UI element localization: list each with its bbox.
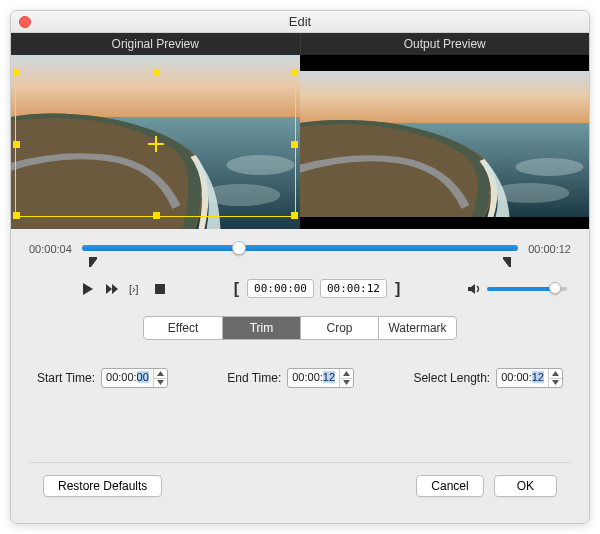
end-time-field: End Time: 00:00:12 <box>227 368 354 388</box>
stepper-up-icon[interactable] <box>340 369 353 378</box>
volume-fill <box>487 287 555 291</box>
crop-handle[interactable] <box>153 212 160 219</box>
playback-controls: [›] <box>81 282 167 296</box>
trim-end-marker-icon[interactable] <box>502 257 511 267</box>
preview-header: Original Preview Output Preview <box>11 33 589 55</box>
timeline-end-tc: 00:00:12 <box>528 243 571 255</box>
volume-slider[interactable] <box>487 287 567 291</box>
stepper-down-icon[interactable] <box>154 378 167 387</box>
transport-row: [›] [ 00:00:00 00:00:12 ] <box>29 279 571 298</box>
edit-window: Edit Original Preview Output Preview <box>10 10 590 524</box>
close-icon[interactable] <box>19 16 31 28</box>
svg-text:[›]: [›] <box>129 283 138 295</box>
crop-handle[interactable] <box>13 212 20 219</box>
play-icon[interactable] <box>81 282 95 296</box>
start-time-label: Start Time: <box>37 371 95 385</box>
original-preview[interactable] <box>11 55 300 229</box>
crop-handle[interactable] <box>291 141 298 148</box>
set-out-point-icon[interactable]: ] <box>393 280 402 298</box>
crop-handle[interactable] <box>291 212 298 219</box>
controls-panel: 00:00:04 00:00:12 [›] [ <box>11 229 589 523</box>
timeline-start-tc: 00:00:04 <box>29 243 72 255</box>
svg-rect-5 <box>300 71 589 123</box>
crosshair-icon[interactable] <box>148 136 164 152</box>
restore-defaults-button[interactable]: Restore Defaults <box>43 475 162 497</box>
ok-button[interactable]: OK <box>494 475 557 497</box>
timeline-bar <box>82 245 518 251</box>
timeline-track[interactable] <box>82 239 518 259</box>
stop-icon[interactable] <box>153 282 167 296</box>
svg-point-7 <box>516 158 584 176</box>
end-time-label: End Time: <box>227 371 281 385</box>
crop-handle[interactable] <box>13 141 20 148</box>
output-preview-label: Output Preview <box>300 33 590 55</box>
tab-trim[interactable]: Trim <box>222 317 300 339</box>
set-in-point-icon[interactable]: [ <box>232 280 241 298</box>
cancel-button[interactable]: Cancel <box>416 475 483 497</box>
volume-group <box>467 282 567 296</box>
crop-handle[interactable] <box>13 69 20 76</box>
window-title: Edit <box>289 14 311 29</box>
stepper-down-icon[interactable] <box>549 378 562 387</box>
timeline-playhead[interactable] <box>232 241 246 255</box>
preview-area <box>11 55 589 229</box>
select-length-input[interactable]: 00:00:12 <box>496 368 563 388</box>
svg-point-8 <box>490 183 570 203</box>
trim-start-marker-icon[interactable] <box>89 257 98 267</box>
dialog-footer: Restore Defaults Cancel OK <box>29 462 571 509</box>
bracket-group: [ 00:00:00 00:00:12 ] <box>232 279 403 298</box>
select-length-field: Select Length: 00:00:12 <box>413 368 563 388</box>
tab-watermark[interactable]: Watermark <box>378 317 456 339</box>
crop-rectangle[interactable] <box>15 71 296 217</box>
end-time-input[interactable]: 00:00:12 <box>287 368 354 388</box>
tab-bar: Effect Trim Crop Watermark <box>143 316 457 340</box>
trim-fields: Start Time: 00:00:00 End Time: 00:00:12 <box>37 368 563 388</box>
timeline: 00:00:04 00:00:12 <box>29 239 571 259</box>
volume-icon[interactable] <box>467 282 481 296</box>
svg-rect-10 <box>155 284 165 294</box>
tab-effect[interactable]: Effect <box>144 317 222 339</box>
stepper-up-icon[interactable] <box>154 369 167 378</box>
in-point-tc[interactable]: 00:00:00 <box>247 279 314 298</box>
tab-crop[interactable]: Crop <box>300 317 378 339</box>
volume-thumb[interactable] <box>549 282 561 294</box>
start-time-input[interactable]: 00:00:00 <box>101 368 168 388</box>
timeline-markers <box>85 259 515 269</box>
output-preview <box>300 55 589 229</box>
stepper-up-icon[interactable] <box>549 369 562 378</box>
start-time-field: Start Time: 00:00:00 <box>37 368 168 388</box>
original-preview-label: Original Preview <box>11 33 300 55</box>
next-frame-icon[interactable]: [›] <box>129 282 143 296</box>
stepper-down-icon[interactable] <box>340 378 353 387</box>
select-length-label: Select Length: <box>413 371 490 385</box>
out-point-tc[interactable]: 00:00:12 <box>320 279 387 298</box>
titlebar[interactable]: Edit <box>11 11 589 33</box>
crop-handle[interactable] <box>153 69 160 76</box>
fast-forward-icon[interactable] <box>105 282 119 296</box>
crop-handle[interactable] <box>291 69 298 76</box>
